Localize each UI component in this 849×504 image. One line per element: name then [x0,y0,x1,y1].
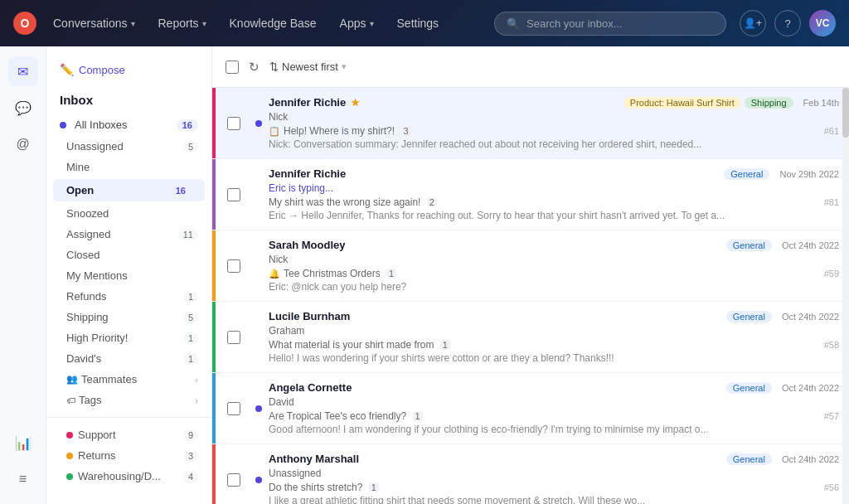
conversation-checkbox[interactable] [227,259,240,273]
tag-general: General [726,453,772,465]
sidebar-item-snoozed[interactable]: Snoozed [46,203,211,224]
sidebar-item-open[interactable]: Open 16 [53,179,205,201]
top-navigation: O Conversations ▾ Reports ▾ Knowledge Ba… [0,0,849,46]
conversation-header: Lucile Burnham General Oct 24th 2022 [269,310,839,322]
nav-reports[interactable]: Reports ▾ [148,12,216,35]
sidebar-item-tags[interactable]: 🏷 Tags › [46,390,211,410]
sender-name: Sarah Moodley [269,239,345,251]
agent-label: Nick [269,111,839,123]
sidebar-icon-inbox[interactable]: ✉ [8,56,38,86]
conversation-scroll-area[interactable]: Jennifer Richie ★ Product: Hawaii Surf S… [212,88,849,504]
message-count: 3 [400,126,410,136]
chevron-icon: ▾ [370,19,374,28]
conversation-date: Feb 14th [803,98,839,108]
warehousing-label-dot [66,473,73,480]
all-inboxes-dot [60,122,66,128]
returns-label-dot [66,453,73,459]
nav-knowledge-base[interactable]: Knowledge Base [220,12,327,35]
sidebar-item-mine[interactable]: Mine [46,157,211,177]
sidebar-item-shipping[interactable]: Shipping 5 [46,307,211,327]
conversation-header: Sarah Moodley General Oct 24th 2022 [269,239,839,251]
conversation-preview-text: Hello! I was wondering if your shirts we… [269,352,839,364]
conversation-item[interactable]: Lucile Burnham General Oct 24th 2022 Gra… [212,302,849,373]
icon-sidebar: ✉ 💬 @ 📊 ≡ [0,46,46,504]
nav-settings[interactable]: Settings [387,12,449,35]
tag-general: General [726,240,772,251]
sidebar-label-warehousing[interactable]: Warehousing/D... 4 [46,466,211,487]
conversation-date: Oct 24th 2022 [782,312,839,322]
conversation-id: #81 [824,197,839,207]
sidebar-item-assigned[interactable]: Assigned 11 [46,224,211,245]
sidebar-item-unassigned[interactable]: Unassigned 5 [46,136,211,157]
conversation-preview: Do the shirts stretch? 1 #56 [269,482,839,493]
sidebar-icon-mentions[interactable]: @ [8,129,38,159]
search-input[interactable] [526,17,714,30]
conversation-date: Oct 24th 2022 [782,383,839,393]
agent-typing: Eric is typing... [269,182,839,194]
select-all-checkbox[interactable] [226,61,239,74]
scrollbar-thumb[interactable] [842,88,849,138]
compose-button[interactable]: ✏️ Compose [46,56,211,83]
sidebar-item-davids[interactable]: David's 1 [46,348,211,369]
conversation-header: Anthony Marshall General Oct 24th 2022 [269,453,839,465]
checkbox-area [216,88,252,158]
conversation-checkbox[interactable] [227,331,240,344]
conversation-checkbox[interactable] [227,117,240,130]
conversation-content: Jennifer Richie ★ Product: Hawaii Surf S… [265,88,849,158]
checkbox-area [216,444,252,504]
avatar[interactable]: VC [809,10,836,36]
checkbox-area [216,230,252,301]
agent-label: Unassigned [269,468,839,479]
sidebar-item-all-inboxes[interactable]: All Inboxes 16 [46,114,211,136]
nav-apps[interactable]: Apps ▾ [330,12,384,35]
search-bar[interactable]: 🔍 [494,12,726,36]
sidebar-label-support[interactable]: Support 9 [46,424,211,445]
conversation-id: #59 [824,269,839,279]
conversation-checkbox[interactable] [227,402,240,415]
star-icon[interactable]: ★ [351,97,360,109]
sidebar-item-teammates[interactable]: 👥 Teammates › [46,369,211,390]
sort-button[interactable]: ⇅ Newest first ▾ [269,61,347,73]
refresh-button[interactable]: ↻ [249,60,260,75]
conversation-item[interactable]: Sarah Moodley General Oct 24th 2022 Nick… [212,230,849,302]
conversation-header: Angela Cornette General Oct 24th 2022 [269,381,839,394]
sidebar-label-returns[interactable]: Returns 3 [46,445,211,466]
sidebar-item-my-mentions[interactable]: My Mentions [46,265,211,286]
logo[interactable]: O [13,12,36,35]
conversation-preview-text: I like a great athletic fitting shirt th… [269,495,839,504]
sidebar-icon-chat[interactable]: 💬 [8,93,38,123]
conversation-item[interactable]: Jennifer Richie General Nov 29th 2022 Er… [212,159,849,230]
conversation-item[interactable]: Angela Cornette General Oct 24th 2022 Da… [212,373,849,444]
conversation-date: Oct 24th 2022 [782,454,839,464]
message-count: 1 [369,482,379,492]
conversation-checkbox[interactable] [227,473,240,487]
message-count: 1 [386,269,396,279]
sidebar-item-high-priority[interactable]: High Priority! 1 [46,327,211,348]
conversation-toolbar: ↻ ⇅ Newest first ▾ [212,46,849,88]
checkbox-area [216,302,252,372]
add-user-button[interactable]: 👤+ [740,10,766,36]
nav-items: Conversations ▾ Reports ▾ Knowledge Base… [43,12,488,35]
sender-name: Jennifer Richie ★ [269,96,360,109]
tag-shipping: Shipping [745,97,793,109]
conversation-item[interactable]: Jennifer Richie ★ Product: Hawaii Surf S… [212,88,849,159]
tag-product: Product: Hawaii Surf Shirt [623,97,741,109]
nav-conversations[interactable]: Conversations ▾ [43,12,145,35]
conversation-preview-text: Eric → Hello Jennifer, Thanks for reachi… [269,210,839,221]
agent-label: David [269,396,839,408]
sidebar-icon-settings2[interactable]: ≡ [8,464,38,494]
help-button[interactable]: ? [774,10,801,36]
unread-indicator [252,444,265,504]
conversation-content: Angela Cornette General Oct 24th 2022 Da… [265,373,849,443]
sender-name: Jennifer Richie [269,167,346,180]
conversation-id: #61 [824,126,839,136]
sidebar-item-refunds[interactable]: Refunds 1 [46,286,211,307]
tag-general: General [724,168,769,180]
tag-general: General [726,311,772,322]
sidebar-item-closed[interactable]: Closed [46,245,211,265]
sidebar-icon-reports[interactable]: 📊 [8,428,38,458]
support-label-dot [66,432,73,439]
checkbox-area [216,373,252,443]
conversation-checkbox[interactable] [227,188,240,201]
conversation-item[interactable]: Anthony Marshall General Oct 24th 2022 U… [212,444,849,504]
